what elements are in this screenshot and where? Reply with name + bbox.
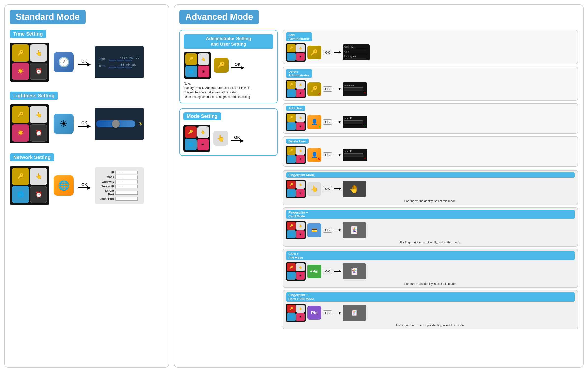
fp-card-pin-mode-item: Fingerprint +Card + PIN Mode 🔑 👆 🌐 ☀ Pin… [283, 290, 578, 329]
cp-icon2: 👆 [296, 263, 305, 271]
lightness-setting-label: Lightness Setting [10, 92, 58, 100]
fp-mode-arrow [334, 188, 341, 189]
lightness-setting-section: Lightness Setting 🔑 👆 ☀️ ⏰ ☀ OK ☀ [10, 92, 164, 143]
admin-bright-icon: ☀ [198, 66, 210, 77]
time-ok-label: OK [81, 59, 87, 64]
aa-fp: 👆 [296, 44, 305, 52]
add-user-flow: 🔑 👆 🌐 ☀ 👤+ OK User ID [286, 113, 575, 131]
admin-setting-box: Administrator Settingand User Setting 🔑 … [179, 30, 278, 103]
fingerprint-icon-3: 👆 [30, 168, 47, 185]
key-icon-3: 🔑 [12, 168, 29, 185]
lightness-app-grid: 🔑 👆 ☀️ ⏰ [10, 104, 49, 143]
del-user-id-field [344, 153, 363, 157]
del-admin-id-field [344, 87, 363, 91]
del-admin-ok[interactable]: OK [323, 86, 332, 92]
mode-setting-box: Mode Setting 🔑 👆 🌐 ☀ 👆 OK [179, 108, 278, 156]
fm-icon2: 👆 [296, 181, 305, 189]
time-setting-section: Time Setting 🔑 👆 ☀️ ⏰ 🕐 OK Date [10, 30, 164, 82]
time-label-dt: Time [98, 64, 107, 68]
card-pin-ok[interactable]: OK [323, 269, 332, 274]
admin-sub-list: AddAdministrator 🔑 👆 🌐 ☀ 🔑 OK [283, 30, 578, 167]
net-gateway-field[interactable]: · · · [115, 180, 138, 184]
add-admin-item: AddAdministrator 🔑 👆 🌐 ☀ 🔑 OK [283, 30, 578, 64]
admin-id-field [346, 49, 366, 49]
mode-icon3: 🌐 [185, 139, 197, 150]
fp-card-pin-result: 🃏 [343, 305, 366, 321]
net-mask-row: Mask · · · [98, 175, 141, 179]
net-serverport-field[interactable] [115, 191, 138, 195]
time-result-screen: Date YYYY MM DD [95, 46, 144, 78]
brightness-icon-2: ☀️ [12, 124, 29, 142]
add-admin-ok[interactable]: OK [323, 50, 332, 55]
mode-app-grid: 🔑 👆 🌐 ☀ [183, 125, 210, 152]
add-user-id-field [344, 120, 363, 124]
net-mask-label: Mask [98, 175, 114, 179]
network-arrow [78, 187, 90, 188]
fp-card-pin-grid: 🔑 👆 🌐 ☀ [286, 304, 306, 322]
net-mask-field[interactable]: · · · [115, 175, 138, 179]
del-admin-result: Admin ID: ✕ [343, 82, 367, 96]
fc-icon4: ☀ [296, 230, 305, 239]
aa-key: 🔑 [287, 44, 296, 52]
network-setting-label: Network Setting [10, 153, 54, 161]
net-gateway-row: Gateway · · · [98, 180, 141, 184]
lightness-arrow [78, 126, 90, 127]
date-mm [117, 60, 124, 61]
net-ip-field[interactable]: · · · [115, 171, 138, 174]
add-user-item: Add User 🔑 👆 🌐 ☀ 👤+ OK [283, 103, 578, 134]
net-ip-row: IP · · · [98, 171, 141, 174]
da-key: 🔑 [287, 81, 296, 89]
du-fp: 👆 [296, 147, 305, 155]
mode-fp-single: 👆 [213, 131, 228, 146]
del-user-person-icon: 👤✕ [307, 148, 321, 162]
mode-sub-list: Fingerprint Mode 🔑 👆 🌐 ☀ 👆 OK [283, 170, 578, 329]
time-single-icon: 🕐 [54, 52, 74, 72]
mode-icon1: 🔑 [185, 126, 197, 138]
network-ok-label: OK [81, 183, 87, 187]
pin-icon-card: +Pin [307, 265, 321, 278]
fp-card-mode-label: Fingerprint +Card Mode [286, 210, 575, 219]
admin-note: Note: Factory Default: Administrator use… [184, 81, 273, 99]
network-icon-3: 🌐 [12, 186, 29, 203]
fp-card-pin-ok[interactable]: OK [323, 310, 332, 315]
network-ok-arrow: OK [78, 183, 90, 188]
del-user-flow: 🔑 👆 🌐 ☀ 👤✕ OK User ID [286, 146, 575, 164]
left-panel: Standard Mode Time Setting 🔑 👆 ☀️ ⏰ 🕐 OK… [4, 4, 169, 368]
au-bright: ☀ [296, 122, 305, 130]
fp-mode-item: Fingerprint Mode 🔑 👆 🌐 ☀ 👆 OK [283, 170, 578, 205]
card-pin-result: 🃏 [343, 263, 366, 279]
right-panel: Advanced Mode Administrator Settingand U… [174, 4, 584, 368]
admin-key-icon: 🔑 [185, 53, 197, 65]
net-serverport-row: Server Port [98, 189, 141, 196]
add-user-ok[interactable]: OK [323, 119, 332, 125]
time-ss [125, 67, 132, 68]
add-user-person-icon: 👤+ [307, 115, 321, 129]
fp-mode-result: 🤚 [343, 181, 366, 197]
fp-mode-flow: 🔑 👆 🌐 ☀ 👆 OK 🤚 [286, 180, 575, 198]
fp-card-mode-note: For fingerprint + card identify, select … [286, 241, 575, 244]
brightness-single-icon: ☀ [54, 114, 74, 134]
net-localport-field[interactable] [115, 197, 138, 201]
brightness-result-screen: ☀ [95, 108, 144, 140]
lightness-ok-arrow: OK [78, 121, 90, 127]
date-label: Date [98, 57, 107, 61]
del-admin-arrow-sm [334, 89, 341, 89]
fp-card-ok[interactable]: OK [323, 228, 332, 233]
admin-ok-arrow: OK [231, 62, 244, 68]
net-localport-label: Local Port [98, 197, 114, 200]
network-result-screen: IP · · · Mask · · · Gateway · · · Server… [95, 167, 144, 204]
net-ip-label: IP [98, 171, 114, 174]
fp-card-pin-mode-note: For fingerprint + card + pin identify, s… [286, 324, 575, 327]
brightness-thumb[interactable] [112, 120, 120, 128]
fp-mode-ok[interactable]: OK [323, 186, 332, 191]
add-admin-arrow-sm [334, 52, 341, 53]
pin-again-field [346, 58, 366, 59]
del-user-ok[interactable]: OK [323, 152, 332, 157]
time-hh [109, 67, 116, 68]
aa-net: 🌐 [287, 53, 296, 61]
brightness-slider[interactable] [96, 120, 135, 127]
du-key: 🔑 [287, 147, 296, 155]
net-serverip-field[interactable]: · · · [115, 185, 138, 188]
date-yyyy [109, 60, 116, 61]
fcp-icon2: 👆 [296, 305, 305, 313]
